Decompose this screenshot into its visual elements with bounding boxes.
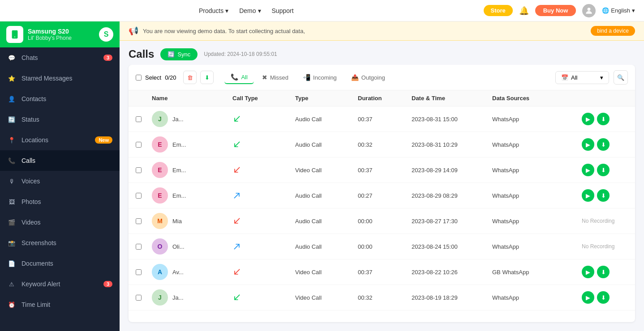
row-name-4: M Mia	[152, 213, 232, 229]
download-icon: ⬇	[205, 74, 210, 81]
nav-support[interactable]: Support	[272, 7, 294, 14]
row-check-0[interactable]	[136, 116, 142, 122]
row-calltype-3	[232, 191, 295, 200]
no-recording-5: No Recording	[582, 243, 614, 250]
play-button-3[interactable]: ▶	[582, 189, 594, 202]
row-datetime-5: 2023-08-24 15:00	[412, 243, 492, 250]
row-datasource-7: WhatsApp	[492, 294, 582, 301]
play-button-0[interactable]: ▶	[582, 113, 594, 125]
sidebar-label-documents: Documents	[21, 260, 112, 267]
language-selector[interactable]: 🌐 English ▾	[602, 7, 635, 14]
sidebar-item-videos[interactable]: 🎬 Videos	[0, 212, 120, 233]
sidebar-item-chats[interactable]: 💬 Chats 3	[0, 47, 120, 68]
store-button[interactable]: Store	[484, 5, 513, 16]
nav-links: Products ▾ Demo ▾ Support	[199, 7, 294, 14]
bind-device-button[interactable]: bind a device	[591, 26, 635, 36]
all-tab-icon: 📞	[231, 73, 238, 81]
nav-right: Store 🔔 Buy Now 🌐 English ▾	[484, 4, 635, 17]
chevron-down-icon: ▾	[225, 7, 228, 14]
play-button-2[interactable]: ▶	[582, 164, 594, 176]
sidebar-item-timelimit[interactable]: ⏰ Time Limit	[0, 294, 120, 315]
row-calltype-7	[232, 293, 295, 302]
row-check-7[interactable]	[136, 295, 142, 301]
sidebar-label-chats: Chats	[21, 54, 98, 61]
sidebar-items: 💬 Chats 3 ⭐ Starred Messages 👤 Contacts …	[0, 47, 120, 315]
row-calltype-2	[232, 166, 295, 174]
row-check-4[interactable]	[136, 218, 142, 224]
svg-point-0	[588, 8, 591, 11]
nav-demo[interactable]: Demo ▾	[239, 7, 261, 14]
sync-icon: 🔄	[167, 51, 175, 58]
avatar[interactable]	[582, 4, 596, 17]
videos-icon: 🎬	[7, 218, 16, 227]
play-button-6[interactable]: ▶	[582, 266, 594, 278]
top-navigation: Products ▾ Demo ▾ Support Store 🔔 Buy No…	[0, 0, 644, 21]
row-type-0: Audio Call	[295, 116, 358, 123]
sidebar-item-locations[interactable]: 📍 Locations New	[0, 130, 120, 150]
download-button-1[interactable]: ⬇	[597, 138, 610, 151]
buy-now-button[interactable]: Buy Now	[535, 5, 576, 16]
download-all-button[interactable]: ⬇	[200, 71, 214, 84]
row-datasource-5: WhatsApp	[492, 243, 582, 250]
row-duration-3: 00:27	[358, 192, 412, 199]
notification-bell-icon[interactable]: 🔔	[519, 6, 529, 16]
download-button-2[interactable]: ⬇	[597, 164, 610, 176]
download-button-7[interactable]: ⬇	[597, 291, 610, 304]
sync-button[interactable]: 🔄 Sync	[160, 48, 197, 60]
sidebar-item-calls[interactable]: 📞 Calls	[0, 150, 120, 171]
download-button-6[interactable]: ⬇	[597, 266, 610, 278]
search-button[interactable]: 🔍	[614, 70, 628, 85]
play-button-7[interactable]: ▶	[582, 291, 594, 304]
filter-tab-outgoing[interactable]: 📤Outgoing	[345, 71, 391, 84]
avatar-2: E	[152, 162, 168, 178]
row-actions-5: No Recording	[582, 243, 627, 250]
sidebar-item-photos[interactable]: 🖼 Photos	[0, 191, 120, 212]
row-duration-0: 00:37	[358, 116, 412, 123]
device-logo: S	[99, 27, 113, 42]
row-calltype-4	[232, 216, 295, 225]
row-checkbox-4	[136, 218, 152, 224]
row-checkbox-1	[136, 142, 152, 148]
nav-products[interactable]: Products ▾	[199, 7, 228, 14]
svg-point-2	[14, 37, 15, 38]
table-row: M Mia Audio Call 00:00 2023-08-27 17:30 …	[129, 208, 635, 234]
sidebar-item-contacts[interactable]: 👤 Contacts	[0, 89, 120, 109]
row-check-3[interactable]	[136, 193, 142, 199]
calls-icon: 📞	[7, 156, 16, 165]
row-name-1: E Em...	[152, 136, 232, 153]
sidebar-item-screenshots[interactable]: 📸 Screenshots	[0, 233, 120, 253]
sidebar-item-documents[interactable]: 📄 Documents	[0, 253, 120, 274]
filter-tab-missed[interactable]: ✖Missed	[256, 71, 295, 84]
row-checkbox-0	[136, 116, 152, 122]
row-actions-6: ▶ ⬇	[582, 266, 627, 278]
sidebar-item-keyword[interactable]: ⚠ Keyword Alert 3	[0, 274, 120, 294]
no-recording-4: No Recording	[582, 218, 614, 224]
select-label: Select	[145, 74, 161, 81]
row-check-2[interactable]	[136, 167, 142, 173]
row-check-5[interactable]	[136, 244, 142, 250]
contacts-icon: 👤	[7, 94, 16, 103]
demo-banner: 📢 You are now viewing demo data. To star…	[120, 21, 644, 41]
badge-locations: New	[95, 136, 112, 144]
row-actions-4: No Recording	[582, 218, 627, 224]
sidebar-label-timelimit: Time Limit	[21, 301, 112, 308]
download-button-3[interactable]: ⬇	[597, 189, 610, 202]
row-check-1[interactable]	[136, 142, 142, 148]
sidebar-item-starred[interactable]: ⭐ Starred Messages	[0, 68, 120, 89]
badge-keyword: 3	[103, 281, 112, 287]
row-check-6[interactable]	[136, 269, 142, 275]
filter-tab-incoming[interactable]: 📲Incoming	[296, 71, 343, 84]
sidebar-label-starred: Starred Messages	[21, 75, 112, 82]
filter-tab-all[interactable]: 📞All	[224, 71, 253, 84]
sidebar-label-status: Status	[21, 116, 112, 123]
sidebar-item-status[interactable]: 🔄 Status	[0, 109, 120, 130]
play-button-1[interactable]: ▶	[582, 138, 594, 151]
avatar-0: J	[152, 111, 168, 127]
date-filter[interactable]: 📅 All ▾	[555, 71, 609, 84]
download-button-0[interactable]: ⬇	[597, 113, 610, 125]
row-actions-2: ▶ ⬇	[582, 164, 627, 176]
select-all-checkbox[interactable]	[136, 75, 142, 81]
delete-button[interactable]: 🗑	[183, 71, 197, 84]
row-name-6: A Av...	[152, 264, 232, 280]
sidebar-item-voices[interactable]: 🎙 Voices	[0, 171, 120, 191]
